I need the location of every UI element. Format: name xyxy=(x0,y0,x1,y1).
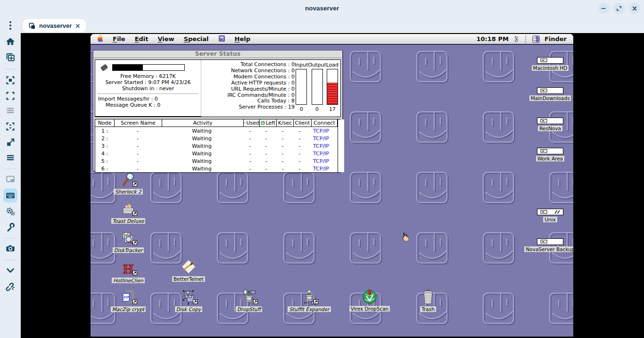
desktop-icon-disk-copy[interactable]: Disk Copy xyxy=(160,290,217,312)
desktop-icon-sherlock-2[interactable]: Sherlock 2 xyxy=(100,172,157,194)
desktop-icon-work-area[interactable]: Work Area xyxy=(526,147,573,161)
tab-close-icon[interactable] xyxy=(75,23,81,29)
node-table-row[interactable]: 1 :-Waiting----TCP/IP xyxy=(95,127,338,135)
menu-special[interactable]: Special xyxy=(184,35,209,42)
svg-text:ZIP: ZIP xyxy=(124,296,129,299)
minimize-button[interactable] xyxy=(598,3,609,14)
connection-stat-line: Server Processes : 19 xyxy=(201,104,295,110)
close-button[interactable] xyxy=(629,3,640,14)
app-switcher-icon[interactable] xyxy=(513,35,520,43)
cell-activity: Waiting xyxy=(161,128,242,134)
mac-menubar: FileEditViewSpecial Help 10:18 PM Finder xyxy=(91,34,573,45)
select-region-button[interactable] xyxy=(3,89,17,103)
list-lines-gray-icon xyxy=(5,105,16,116)
desktop-icon-virex-dropscan[interactable]: Virex DropScan xyxy=(341,289,398,312)
desktop-icon-toast-deluxe[interactable]: Toast Deluxe xyxy=(100,202,157,224)
picture-in-picture-button xyxy=(3,172,17,186)
open-fullscreen-icon xyxy=(5,137,16,148)
sidebar-divider xyxy=(4,260,17,260)
wallpaper-tile xyxy=(413,229,451,267)
capture-screen-icon xyxy=(5,75,16,85)
screenshot-button[interactable] xyxy=(3,241,17,255)
capture-screen-button[interactable] xyxy=(3,73,17,87)
desktop-icon-hotline-client[interactable]: H HotlineClien xyxy=(100,261,157,283)
minimize-icon xyxy=(600,5,607,12)
dotted-separator xyxy=(98,93,198,94)
menu-edit[interactable]: Edit xyxy=(135,35,149,42)
connection-stats: Total Connections : 0Network Connections… xyxy=(201,62,295,117)
collapse-button[interactable] xyxy=(3,263,17,278)
desktop-icon-main-downloads[interactable]: MainDownloads xyxy=(526,87,573,101)
unix-disk-icon xyxy=(537,209,563,215)
finder-menu[interactable]: Finder xyxy=(545,35,567,42)
desktop-icon-resnova[interactable]: ResNova xyxy=(526,117,573,131)
desktop-icon-macintosh-hd[interactable]: Macintosh HD xyxy=(526,57,573,71)
remote-viewer[interactable]: FileEditViewSpecial Help 10:18 PM Finder xyxy=(21,33,644,338)
alias-arrow-icon xyxy=(132,299,137,304)
desktop-icon-novaserver-backup[interactable]: NovaServer Backup xyxy=(526,238,573,252)
cell-left: - xyxy=(258,135,274,142)
node-table-row[interactable]: 6 :-Waiting----TCP/IP xyxy=(95,165,338,172)
desktop-icon-bettertelnet[interactable]: BetterTelnet xyxy=(160,260,217,282)
finder-face-icon[interactable] xyxy=(532,35,540,43)
home-button[interactable] xyxy=(3,34,17,49)
settings-button[interactable] xyxy=(3,204,17,219)
desktop-icon-stuffit-expander[interactable]: Stuffit Expander xyxy=(281,290,338,312)
hard-disk-icon xyxy=(537,118,563,124)
alias-arrow-icon xyxy=(132,270,137,275)
sidebar-divider xyxy=(4,238,17,238)
apple-menu[interactable] xyxy=(96,34,103,44)
desktop-icon-trash[interactable]: Trash xyxy=(400,290,456,312)
node-table-row[interactable]: 4 :-Waiting----TCP/IP xyxy=(95,150,338,157)
wallpaper-tile xyxy=(347,169,385,207)
desktop-icon-dropstuff[interactable]: DropStuff xyxy=(221,290,277,312)
table-scrollbar[interactable] xyxy=(338,119,344,172)
tab-novaserver[interactable]: novaserver xyxy=(23,19,86,33)
new-screen-button[interactable] xyxy=(3,50,17,64)
resize-button[interactable] xyxy=(613,3,625,14)
memory-usage-bar xyxy=(112,64,185,71)
fit-height-button[interactable] xyxy=(3,119,17,134)
menu-view[interactable]: View xyxy=(158,35,174,42)
list-lines-gray-button[interactable] xyxy=(3,103,17,118)
connection-stat-line: Network Connections : 0 xyxy=(201,68,295,74)
desktop-icon-unix[interactable]: Unix xyxy=(526,208,573,222)
node-table-row[interactable]: 3 :-Waiting----TCP/IP xyxy=(95,142,338,150)
connection-stat-line: Active HTTP requests : 0 xyxy=(201,80,295,86)
node-table-row[interactable]: 5 :-Waiting----TCP/IP xyxy=(95,157,338,165)
menu-help[interactable]: Help xyxy=(235,35,250,42)
mac-desktop[interactable]: Server Status Free Memory : 6217KServer … xyxy=(91,45,573,337)
server-status-titlebar[interactable]: Server Status xyxy=(93,51,342,58)
menu-file[interactable]: File xyxy=(113,35,125,42)
kebab-menu-button[interactable] xyxy=(6,20,15,31)
node-table-row[interactable]: 2 :-Waiting----TCP/IP xyxy=(95,135,338,142)
open-fullscreen-button[interactable] xyxy=(3,135,17,150)
connection-stat-line: Total Connections : 0 xyxy=(201,62,295,68)
menubar-divider xyxy=(525,35,527,43)
menu-lines-icon xyxy=(5,152,16,163)
tab-label: novaserver xyxy=(39,22,72,29)
menu-lines-button[interactable] xyxy=(3,151,17,165)
wallpaper-tile xyxy=(214,169,252,207)
cell-k_sec: - xyxy=(274,128,291,134)
column-header-screen-name: Screen Name xyxy=(115,119,162,127)
tools-button[interactable] xyxy=(3,220,17,234)
menubar-clock[interactable]: 10:18 PM xyxy=(477,35,509,42)
column-header-node: Node xyxy=(95,119,115,127)
cell-screen_name: - xyxy=(114,128,161,134)
desktop-icon-maczip-crypt[interactable]: ZIP MacZip crypt xyxy=(100,290,157,312)
cell-k_sec: - xyxy=(274,135,291,142)
server-app-menu[interactable] xyxy=(218,35,225,43)
node-table: NodeScreen NameActivityUsedLeftK/secClie… xyxy=(95,119,341,173)
cell-used: - xyxy=(242,166,258,172)
mac-screen[interactable]: FileEditViewSpecial Help 10:18 PM Finder xyxy=(91,34,573,337)
keyboard-button[interactable] xyxy=(3,188,17,203)
sidebar-divider xyxy=(4,169,17,169)
node-table-rows: 1 :-Waiting----TCP/IP2 :-Waiting----TCP/… xyxy=(95,127,338,172)
wallpaper-tile xyxy=(347,229,385,267)
server-app-icon xyxy=(218,35,225,42)
cell-client: - xyxy=(291,143,308,149)
disconnect-button[interactable] xyxy=(3,279,17,294)
memory-stat-line: Server Started : 9:07 PM 4/23/26 xyxy=(98,79,198,85)
desktop-icon-disktracker[interactable]: DiskTracker xyxy=(100,231,157,253)
